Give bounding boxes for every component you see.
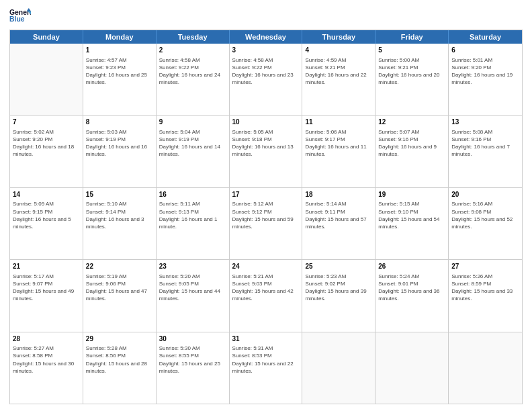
- cell-info: Sunrise: 5:06 AMSunset: 9:17 PMDaylight:…: [305, 128, 372, 158]
- calendar-cell-day-16: 16Sunrise: 5:11 AMSunset: 9:13 PMDayligh…: [157, 188, 230, 259]
- day-number: 15: [86, 190, 153, 199]
- day-number: 29: [86, 334, 153, 344]
- calendar-cell-day-30: 30Sunrise: 5:30 AMSunset: 8:55 PMDayligh…: [157, 332, 230, 404]
- cell-info: Sunrise: 5:19 AMSunset: 9:06 PMDaylight:…: [86, 273, 153, 303]
- calendar-cell-day-17: 17Sunrise: 5:12 AMSunset: 9:12 PMDayligh…: [230, 188, 303, 259]
- weekday-header-sunday: Sunday: [10, 30, 83, 44]
- cell-info: Sunrise: 5:04 AMSunset: 9:19 PMDaylight:…: [159, 128, 226, 158]
- logo-icon: General Blue: [9, 7, 31, 26]
- cell-info: Sunrise: 4:58 AMSunset: 9:22 PMDaylight:…: [232, 56, 300, 87]
- day-number: 22: [86, 262, 153, 271]
- day-number: 25: [305, 262, 372, 271]
- weekday-header-monday: Monday: [83, 30, 157, 44]
- cell-info: Sunrise: 5:23 AMSunset: 9:02 PMDaylight:…: [305, 273, 372, 303]
- calendar-cell-day-3: 3Sunrise: 4:58 AMSunset: 9:22 PMDaylight…: [230, 44, 303, 115]
- calendar-cell-day-9: 9Sunrise: 5:04 AMSunset: 9:19 PMDaylight…: [157, 116, 230, 187]
- day-number: 7: [13, 118, 80, 127]
- cell-info: Sunrise: 5:14 AMSunset: 9:11 PMDaylight:…: [305, 200, 372, 230]
- cell-info: Sunrise: 5:26 AMSunset: 8:59 PMDaylight:…: [451, 273, 519, 303]
- logo: General Blue: [9, 7, 31, 26]
- calendar-cell-day-10: 10Sunrise: 5:05 AMSunset: 9:18 PMDayligh…: [230, 116, 303, 187]
- calendar-cell-day-22: 22Sunrise: 5:19 AMSunset: 9:06 PMDayligh…: [83, 260, 157, 331]
- cell-info: Sunrise: 5:02 AMSunset: 9:20 PMDaylight:…: [13, 128, 80, 158]
- calendar-cell-day-31: 31Sunrise: 5:31 AMSunset: 8:53 PMDayligh…: [230, 332, 303, 404]
- cell-info: Sunrise: 5:03 AMSunset: 9:19 PMDaylight:…: [86, 128, 153, 158]
- calendar-row-2: 14Sunrise: 5:09 AMSunset: 9:15 PMDayligh…: [10, 187, 522, 259]
- day-number: 14: [13, 190, 80, 199]
- day-number: 6: [451, 46, 519, 55]
- day-number: 26: [378, 262, 445, 271]
- cell-info: Sunrise: 4:58 AMSunset: 9:22 PMDaylight:…: [159, 56, 226, 87]
- day-number: 17: [232, 190, 300, 199]
- calendar-cell-day-13: 13Sunrise: 5:08 AMSunset: 9:16 PMDayligh…: [449, 116, 522, 187]
- cell-info: Sunrise: 5:15 AMSunset: 9:10 PMDaylight:…: [378, 200, 445, 230]
- calendar-cell-day-18: 18Sunrise: 5:14 AMSunset: 9:11 PMDayligh…: [302, 188, 375, 259]
- calendar-cell-day-15: 15Sunrise: 5:10 AMSunset: 9:14 PMDayligh…: [83, 188, 157, 259]
- calendar-row-4: 28Sunrise: 5:27 AMSunset: 8:58 PMDayligh…: [10, 332, 522, 404]
- calendar-cell-day-12: 12Sunrise: 5:07 AMSunset: 9:16 PMDayligh…: [375, 116, 449, 187]
- calendar-cell-day-21: 21Sunrise: 5:17 AMSunset: 9:07 PMDayligh…: [10, 260, 83, 331]
- weekday-header-tuesday: Tuesday: [157, 30, 230, 44]
- calendar-cell-day-1: 1Sunrise: 4:57 AMSunset: 9:23 PMDaylight…: [83, 44, 157, 115]
- calendar-cell-day-29: 29Sunrise: 5:28 AMSunset: 8:56 PMDayligh…: [83, 332, 157, 404]
- calendar-body: 1Sunrise: 4:57 AMSunset: 9:23 PMDaylight…: [10, 44, 522, 404]
- cell-info: Sunrise: 5:30 AMSunset: 8:55 PMDaylight:…: [159, 345, 226, 375]
- day-number: 1: [86, 46, 153, 55]
- day-number: 11: [305, 118, 372, 127]
- weekday-header-wednesday: Wednesday: [230, 30, 303, 44]
- cell-info: Sunrise: 5:10 AMSunset: 9:14 PMDaylight:…: [86, 200, 153, 230]
- svg-text:General: General: [9, 9, 31, 16]
- calendar-cell-day-2: 2Sunrise: 4:58 AMSunset: 9:22 PMDaylight…: [157, 44, 230, 115]
- cell-info: Sunrise: 5:07 AMSunset: 9:16 PMDaylight:…: [378, 128, 445, 158]
- cell-info: Sunrise: 5:31 AMSunset: 8:53 PMDaylight:…: [232, 345, 300, 375]
- day-number: 30: [159, 334, 226, 344]
- calendar-cell-day-23: 23Sunrise: 5:20 AMSunset: 9:05 PMDayligh…: [157, 260, 230, 331]
- calendar-cell-day-27: 27Sunrise: 5:26 AMSunset: 8:59 PMDayligh…: [449, 260, 522, 331]
- weekday-header-saturday: Saturday: [449, 30, 522, 44]
- calendar-cell-day-28: 28Sunrise: 5:27 AMSunset: 8:58 PMDayligh…: [10, 332, 83, 404]
- day-number: 16: [159, 190, 226, 199]
- cell-info: Sunrise: 4:57 AMSunset: 9:23 PMDaylight:…: [86, 56, 153, 87]
- day-number: 10: [232, 118, 300, 127]
- calendar-cell-day-11: 11Sunrise: 5:06 AMSunset: 9:17 PMDayligh…: [302, 116, 375, 187]
- calendar-cell-day-7: 7Sunrise: 5:02 AMSunset: 9:20 PMDaylight…: [10, 116, 83, 187]
- day-number: 20: [451, 190, 519, 199]
- day-number: 24: [232, 262, 300, 271]
- cell-info: Sunrise: 5:21 AMSunset: 9:03 PMDaylight:…: [232, 273, 300, 303]
- calendar-cell-day-26: 26Sunrise: 5:24 AMSunset: 9:01 PMDayligh…: [375, 260, 449, 331]
- day-number: 3: [232, 46, 300, 55]
- day-number: 9: [159, 118, 226, 127]
- calendar-cell-day-8: 8Sunrise: 5:03 AMSunset: 9:19 PMDaylight…: [83, 116, 157, 187]
- day-number: 5: [378, 46, 445, 55]
- day-number: 12: [378, 118, 445, 127]
- day-number: 13: [451, 118, 519, 127]
- day-number: 18: [305, 190, 372, 199]
- calendar-header: SundayMondayTuesdayWednesdayThursdayFrid…: [10, 30, 522, 44]
- cell-info: Sunrise: 5:27 AMSunset: 8:58 PMDaylight:…: [13, 345, 80, 375]
- cell-info: Sunrise: 5:08 AMSunset: 9:16 PMDaylight:…: [451, 128, 519, 158]
- calendar-cell-empty: [302, 332, 375, 404]
- page: General Blue SundayMondayTuesdayWednesda…: [0, 0, 532, 411]
- day-number: 23: [159, 262, 226, 271]
- calendar-cell-day-5: 5Sunrise: 5:00 AMSunset: 9:21 PMDaylight…: [375, 44, 449, 115]
- cell-info: Sunrise: 5:11 AMSunset: 9:13 PMDaylight:…: [159, 200, 226, 230]
- weekday-header-thursday: Thursday: [302, 30, 375, 44]
- calendar-row-0: 1Sunrise: 4:57 AMSunset: 9:23 PMDaylight…: [10, 44, 522, 115]
- day-number: 31: [232, 334, 300, 344]
- cell-info: Sunrise: 5:28 AMSunset: 8:56 PMDaylight:…: [86, 345, 153, 375]
- day-number: 4: [305, 46, 372, 55]
- cell-info: Sunrise: 5:00 AMSunset: 9:21 PMDaylight:…: [378, 56, 445, 87]
- calendar-cell-empty: [10, 44, 83, 115]
- calendar-cell-empty: [449, 332, 522, 404]
- day-number: 27: [451, 262, 519, 271]
- day-number: 19: [378, 190, 445, 199]
- cell-info: Sunrise: 5:05 AMSunset: 9:18 PMDaylight:…: [232, 128, 300, 158]
- calendar: SundayMondayTuesdayWednesdayThursdayFrid…: [9, 30, 523, 404]
- day-number: 2: [159, 46, 226, 55]
- cell-info: Sunrise: 5:17 AMSunset: 9:07 PMDaylight:…: [13, 273, 80, 303]
- day-number: 28: [13, 334, 80, 344]
- header: General Blue: [9, 7, 523, 26]
- cell-info: Sunrise: 5:09 AMSunset: 9:15 PMDaylight:…: [13, 200, 80, 230]
- svg-text:Blue: Blue: [9, 15, 25, 23]
- calendar-row-3: 21Sunrise: 5:17 AMSunset: 9:07 PMDayligh…: [10, 259, 522, 331]
